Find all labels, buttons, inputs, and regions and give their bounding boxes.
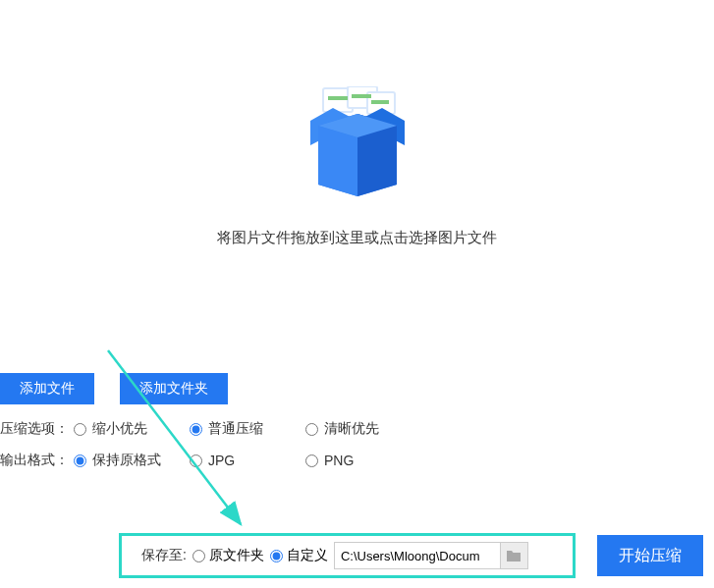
save-path-input[interactable]	[334, 542, 501, 569]
open-box-illustration	[289, 86, 426, 207]
radio-clarity-label: 清晰优先	[324, 420, 379, 438]
radio-custom-folder[interactable]: 自定义	[270, 547, 328, 564]
radio-clarity-input[interactable]	[305, 423, 318, 436]
browse-folder-button[interactable]	[501, 542, 528, 569]
compress-option-row: 压缩选项： 缩小优先 普通压缩 清晰优先	[0, 420, 714, 438]
radio-jpg-label: JPG	[208, 453, 235, 468]
radio-jpg[interactable]: JPG	[190, 453, 296, 468]
drop-area[interactable]: 将图片文件拖放到这里或点击选择图片文件	[0, 0, 714, 363]
radio-shrink-input[interactable]	[74, 423, 86, 436]
radio-custom-input[interactable]	[270, 550, 283, 562]
radio-original-label: 保持原格式	[92, 452, 161, 469]
radio-png-label: PNG	[324, 453, 354, 468]
output-format-row: 输出格式： 保持原格式 JPG PNG	[0, 452, 714, 469]
radio-custom-label: 自定义	[287, 547, 328, 564]
radio-jpg-input[interactable]	[190, 454, 202, 467]
svg-marker-10	[318, 126, 357, 196]
radio-keep-original[interactable]: 保持原格式	[74, 452, 180, 469]
add-folder-button[interactable]: 添加文件夹	[120, 373, 228, 404]
bottom-bar: 保存至: 原文件夹 自定义 开始压缩	[0, 533, 714, 578]
folder-icon	[506, 549, 522, 562]
radio-original-folder[interactable]: 原文件夹	[192, 547, 264, 564]
save-to-label: 保存至:	[141, 547, 187, 564]
output-format-label: 输出格式：	[0, 452, 74, 469]
radio-png[interactable]: PNG	[305, 453, 412, 468]
radio-shrink-label: 缩小优先	[92, 420, 147, 438]
radio-normal-compress[interactable]: 普通压缩	[190, 420, 296, 438]
radio-normal-input[interactable]	[190, 423, 202, 436]
svg-rect-5	[371, 100, 389, 104]
svg-rect-3	[328, 96, 348, 100]
start-compress-button[interactable]: 开始压缩	[597, 535, 703, 576]
radio-origfolder-input[interactable]	[192, 550, 205, 562]
drop-area-text: 将图片文件拖放到这里或点击选择图片文件	[217, 229, 497, 247]
add-file-button[interactable]: 添加文件	[0, 373, 94, 404]
radio-clarity-priority[interactable]: 清晰优先	[305, 420, 412, 438]
radio-original-input[interactable]	[74, 454, 86, 467]
radio-png-input[interactable]	[305, 454, 318, 467]
radio-shrink-priority[interactable]: 缩小优先	[74, 420, 180, 438]
radio-normal-label: 普通压缩	[208, 420, 263, 438]
svg-rect-4	[352, 94, 371, 98]
radio-origfolder-label: 原文件夹	[209, 547, 264, 564]
compress-option-label: 压缩选项：	[0, 420, 74, 438]
save-to-section: 保存至: 原文件夹 自定义	[119, 533, 576, 578]
toolbar: 添加文件 添加文件夹	[0, 373, 714, 404]
